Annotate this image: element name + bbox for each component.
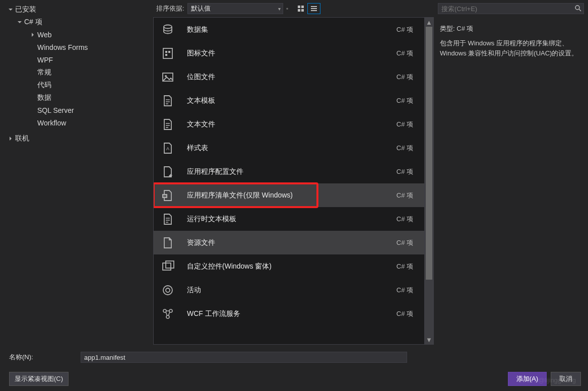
tree-item-0[interactable]: Web: [5, 28, 153, 41]
template-row[interactable]: 活动C# 项: [154, 278, 424, 302]
tree-label: 数据: [37, 93, 51, 102]
template-center: 排序依据: 默认值 ▾ • 数据集C# 项图标文件C# 项位图文件C# 项文本模…: [153, 0, 434, 345]
template-row[interactable]: 运行时文本模板C# 项: [154, 207, 424, 231]
activity-icon: [161, 283, 175, 297]
search-box[interactable]: [438, 3, 584, 14]
tree-item-1[interactable]: Windows Forms: [5, 41, 153, 53]
cancel-button[interactable]: 取消: [551, 372, 581, 386]
view-large-icon[interactable]: [294, 3, 307, 14]
svg-rect-3: [301, 9, 304, 12]
tree-label: WPF: [37, 56, 53, 64]
template-name: 数据集: [187, 25, 397, 34]
template-row[interactable]: 图标文件C# 项: [154, 41, 424, 65]
scrollbar[interactable]: ▲ ▼: [425, 17, 434, 345]
name-label: 名称(N):: [9, 353, 81, 362]
template-name: 文本文件: [187, 120, 397, 129]
sort-bar: 排序依据: 默认值 ▾ •: [153, 0, 434, 15]
svg-rect-10: [168, 51, 170, 53]
template-lang: C# 项: [397, 309, 413, 318]
template-lang: C# 项: [397, 286, 413, 295]
svg-rect-2: [298, 9, 300, 12]
template-row[interactable]: 文本文件C# 项: [154, 112, 424, 136]
control-icon: [161, 259, 175, 274]
tree-label: 代码: [37, 81, 51, 90]
template-lang: C# 项: [397, 120, 413, 129]
search-icon[interactable]: [574, 5, 581, 13]
template-row[interactable]: 位图文件C# 项: [154, 65, 424, 89]
template-name: 活动: [187, 286, 397, 295]
tree-item-3[interactable]: 常规: [5, 66, 153, 79]
view-list-icon[interactable]: [307, 3, 320, 14]
svg-line-34: [579, 9, 581, 11]
tree-label: Web: [37, 31, 52, 39]
compact-view-button[interactable]: 显示紧凑视图(C): [9, 372, 69, 386]
tree-installed[interactable]: 已安装: [5, 3, 153, 16]
manifest-icon: [161, 188, 175, 203]
sort-dropdown[interactable]: 默认值 ▾: [187, 3, 283, 14]
template-name: 资源文件: [187, 238, 397, 247]
scroll-down-icon[interactable]: ▼: [425, 335, 433, 344]
tree-item-2[interactable]: WPF: [5, 53, 153, 66]
add-button[interactable]: 添加(A): [508, 372, 547, 386]
stylesheet-icon: A: [161, 141, 175, 155]
svg-rect-4: [311, 6, 317, 7]
template-row[interactable]: 资源文件C# 项: [154, 231, 424, 254]
svg-point-32: [166, 315, 169, 318]
tree-online[interactable]: 联机: [5, 132, 153, 145]
bottom-bar: 名称(N): 显示紧凑视图(C) 添加(A) 取消: [0, 345, 588, 391]
template-lang: C# 项: [397, 262, 413, 271]
template-lang: C# 项: [397, 49, 413, 58]
tree-label: C# 项: [24, 18, 42, 27]
name-input[interactable]: [81, 352, 407, 363]
svg-point-29: [163, 286, 172, 295]
tree-item-5[interactable]: 数据: [5, 91, 153, 104]
svg-rect-8: [163, 48, 172, 58]
svg-rect-9: [165, 51, 167, 53]
tree-label: 常规: [37, 68, 51, 77]
template-list[interactable]: 数据集C# 项图标文件C# 项位图文件C# 项文本模板C# 项文本文件C# 项A…: [153, 17, 425, 345]
category-tree: 已安装 C# 项 WebWindows FormsWPF常规代码数据SQL Se…: [0, 0, 153, 345]
tree-csharp[interactable]: C# 项: [5, 16, 153, 28]
doc-icon: [161, 117, 175, 132]
template-lang: C# 项: [397, 96, 413, 105]
type-value: C# 项: [456, 25, 473, 32]
scroll-thumb[interactable]: [426, 27, 432, 280]
search-input[interactable]: [441, 5, 574, 13]
svg-rect-0: [298, 6, 300, 8]
svg-rect-1: [301, 6, 304, 8]
svg-rect-6: [311, 10, 317, 11]
type-label: 类型:: [440, 25, 455, 32]
template-lang: C# 项: [397, 167, 413, 176]
tree-item-6[interactable]: SQL Server: [5, 104, 153, 116]
template-lang: C# 项: [397, 215, 413, 224]
svg-point-33: [575, 6, 579, 10]
template-row[interactable]: A样式表C# 项: [154, 136, 424, 160]
tree-label: Windows Forms: [37, 43, 88, 51]
svg-rect-21: [162, 194, 167, 198]
tree-item-4[interactable]: 代码: [5, 79, 153, 91]
template-row[interactable]: 应用程序清单文件(仅限 Windows)C# 项: [154, 183, 424, 207]
details-panel: 类型: C# 项 包含用于 Windows 应用程序的程序集绑定、Windows…: [434, 0, 588, 345]
template-name: 样式表: [187, 144, 397, 153]
svg-rect-5: [311, 8, 317, 9]
template-name: 自定义控件(Windows 窗体): [187, 262, 397, 271]
doc-icon: [161, 94, 175, 108]
tree-item-7[interactable]: Workflow: [5, 116, 153, 129]
template-row[interactable]: 数据集C# 项: [154, 18, 424, 41]
template-name: 应用程序清单文件(仅限 Windows): [187, 191, 397, 200]
caret-right-icon: [29, 31, 36, 38]
template-name: 位图文件: [187, 73, 397, 82]
svg-point-7: [164, 25, 172, 28]
svg-rect-28: [166, 261, 174, 268]
template-row[interactable]: WCF 工作流服务C# 项: [154, 302, 424, 325]
template-row[interactable]: 文本模板C# 项: [154, 89, 424, 112]
chevron-down-icon: ▾: [278, 6, 281, 12]
tree-label: SQL Server: [37, 106, 74, 114]
template-row[interactable]: 应用程序配置文件C# 项: [154, 160, 424, 183]
template-row[interactable]: 自定义控件(Windows 窗体)C# 项: [154, 254, 424, 278]
dataset-icon: [161, 23, 175, 37]
iconfile-icon: [161, 46, 175, 60]
detail-type: 类型: C# 项: [440, 24, 584, 33]
scroll-up-icon[interactable]: ▲: [425, 18, 433, 27]
template-lang: C# 项: [397, 191, 413, 200]
